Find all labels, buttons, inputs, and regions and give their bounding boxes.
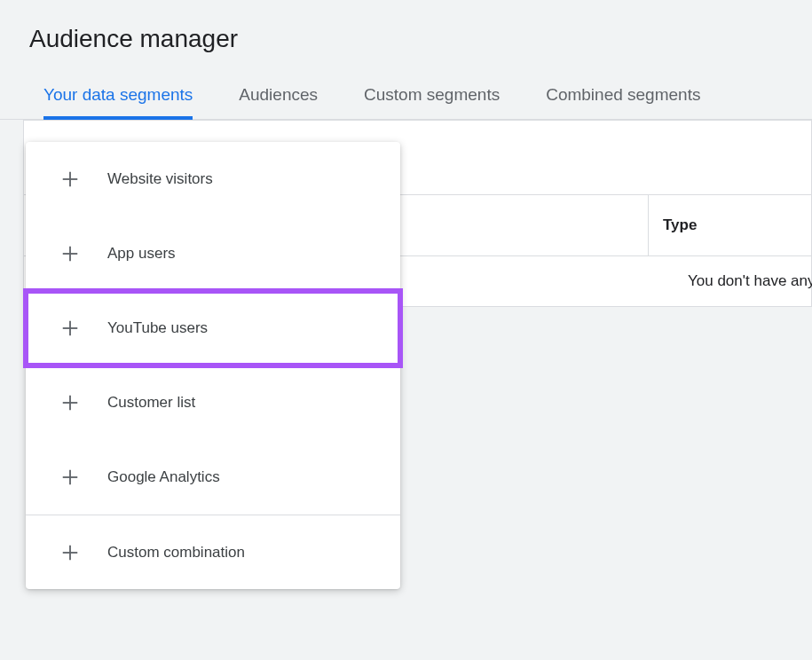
- menu-item-label: App users: [107, 245, 176, 263]
- menu-item-label: YouTube users: [107, 319, 208, 337]
- tab-audiences[interactable]: Audiences: [239, 85, 318, 119]
- menu-item-label: Website visitors: [107, 170, 213, 188]
- tab-your-data-segments[interactable]: Your data segments: [43, 85, 193, 119]
- menu-item-customer-list[interactable]: Customer list: [26, 365, 400, 440]
- create-segment-dropdown: Website visitors App users YouTube users…: [26, 142, 400, 589]
- plus-icon: [59, 392, 81, 413]
- menu-item-app-users[interactable]: App users: [26, 216, 400, 291]
- menu-item-website-visitors[interactable]: Website visitors: [26, 142, 400, 216]
- menu-item-label: Google Analytics: [107, 468, 220, 486]
- page-title: Audience manager: [0, 0, 812, 53]
- plus-icon: [59, 467, 81, 488]
- tab-custom-segments[interactable]: Custom segments: [364, 85, 500, 119]
- plus-icon: [59, 169, 81, 190]
- plus-icon: [59, 243, 81, 264]
- menu-item-google-analytics[interactable]: Google Analytics: [26, 440, 400, 515]
- menu-item-custom-combination[interactable]: Custom combination: [26, 515, 400, 589]
- menu-item-youtube-users[interactable]: YouTube users: [26, 291, 400, 365]
- menu-item-label: Custom combination: [107, 544, 245, 562]
- table-header-type[interactable]: Type: [649, 216, 697, 234]
- plus-icon: [59, 542, 81, 563]
- plus-icon: [59, 318, 81, 339]
- menu-item-label: Customer list: [107, 394, 195, 412]
- tab-combined-segments[interactable]: Combined segments: [546, 85, 700, 119]
- tabs-container: Your data segments Audiences Custom segm…: [0, 53, 812, 120]
